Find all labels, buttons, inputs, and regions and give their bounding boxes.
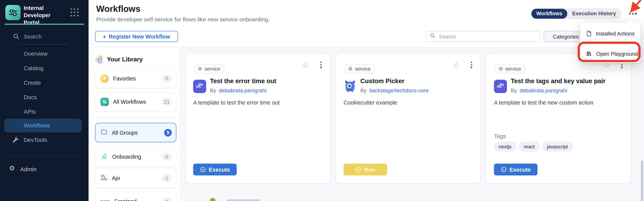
sitemap-icon [100,174,108,183]
toolbar-divider [88,47,644,48]
sidebar-divider [18,44,68,45]
star-circle-icon: ★ [100,74,109,83]
workflow-search [426,31,540,42]
books-icon [100,152,108,161]
sidebar-item-devtools[interactable]: DevTools [0,134,88,146]
apps-grid-icon[interactable] [70,8,79,17]
library-icon [586,51,592,57]
brand-underline [4,24,84,25]
favorite-star-icon[interactable]: ☆ [301,60,310,70]
library-header: Your Library [95,55,143,64]
execute-button[interactable]: Execute [494,164,538,176]
count-badge: 1 [162,174,172,182]
sidebar-item-workflows[interactable]: Workflows [4,119,82,132]
kind-chip: ⚙ service [494,64,526,74]
card-description: A template to test the new custom action [494,100,620,106]
gear-icon: ⚙ [348,66,352,71]
more-options-menu: Installed Actions Open Playground [580,22,640,63]
sidebar-item-admin[interactable]: Admin [20,166,36,172]
sidebar-item-create[interactable]: Create [0,77,88,88]
document-icon [586,30,592,37]
tag-pill[interactable]: javascript [542,142,572,151]
card-description: A template to test the error time out [193,100,319,106]
favorite-star-icon[interactable]: ☆ [452,60,461,70]
template-icon [193,80,206,93]
monster-icon [344,80,356,93]
author-link[interactable]: backstage/techdocs-core [369,87,429,93]
library-row-all-groups[interactable]: All Groups 5 [95,123,176,142]
library-row-favorites[interactable]: ★ Favorites 0 [95,69,176,88]
view-tabs: Workflows Execution History [531,8,622,19]
library-row-frontend[interactable]: npm Frontend 3 [95,192,176,201]
tab-workflows[interactable]: Workflows [532,9,567,19]
annotation-arrow [622,0,644,14]
tags-row: nextjs react javascript [494,142,572,151]
tags-label: Tags [494,133,506,139]
plus-icon: + [103,33,106,39]
library-divider [96,118,176,118]
run-button[interactable]: Run [344,164,387,176]
kind-chip: ⚙ service [193,64,225,74]
sliders-icon [8,8,18,17]
count-badge: 0 [162,75,172,82]
workflow-icon [100,98,109,106]
gear-icon: ⚙ [9,165,15,172]
search-icon [430,33,436,40]
card-byline: Bybackstage/techdocs-core [360,87,429,93]
sidebar-bottom-divider [6,155,82,156]
count-badge: 3 [162,198,172,201]
sidebar-item-overview[interactable]: Overview [0,48,88,59]
search-icon [13,33,20,41]
scrollbar[interactable] [641,161,643,201]
search-input[interactable] [438,33,536,40]
template-icon [494,80,507,93]
play-circle-icon [356,167,361,172]
card-title: Custom Picker [360,77,404,85]
card-menu-icon[interactable] [320,62,322,68]
count-badge: 0 [162,153,172,161]
sidebar-item-apis[interactable]: APIs [0,106,88,117]
kind-chip: ⚙ service [344,64,375,74]
card-menu-icon[interactable] [470,62,472,68]
library-row-api[interactable]: Api 1 [95,168,176,188]
gear-icon: ⚙ [198,66,202,71]
page-subtitle: Provide developer self-service for flows… [96,16,270,22]
library-row-all-workflows[interactable]: All Workflows 21 [95,92,176,112]
folder-icon [100,128,108,137]
card-title: Test the tags and key value pair [511,77,606,85]
sidebar-item-catalog[interactable]: Catalog [0,63,88,74]
next-section-text-sliver [227,200,260,201]
page-title: Workflows [96,4,140,14]
play-circle-icon [200,167,206,172]
author-link[interactable]: debabrata.panigrahi [219,87,266,93]
card-title: Test the error time out [210,77,276,85]
brand-title: Internal Developer Portal [24,4,69,26]
count-badge: 5 [164,129,172,136]
library-title: Your Library [107,56,143,63]
sidebar-search[interactable]: Search [0,31,88,42]
card-description: Cookiecutter example [344,100,470,106]
sidebar-search-label: Search [24,33,42,40]
workflow-card: ⚙ service ☆ Test the error time out Byde… [185,53,330,184]
npm-icon: npm [100,199,110,201]
count-badge: 21 [162,98,172,106]
tag-pill[interactable]: nextjs [494,142,516,151]
brand-logo-icon [5,5,20,20]
execute-button[interactable]: Execute [193,164,237,176]
tag-pill[interactable]: react [519,142,540,151]
workflow-card: ⚙ service ☆ Custom Picker Bybackstage/te… [336,53,480,184]
gear-icon: ⚙ [498,66,503,71]
menu-item-open-playground[interactable]: Open Playground [580,46,640,61]
library-row-onboarding[interactable]: Onboarding 0 [95,147,176,167]
tab-execution-history[interactable]: Execution History [567,9,621,19]
app-window: Internal Developer Portal Search Overvie… [0,0,644,201]
menu-item-installed-actions[interactable]: Installed Actions [580,26,640,41]
author-link[interactable]: debabrata.panigrahi [520,87,567,93]
play-circle-icon [501,167,506,172]
register-new-workflow-button[interactable]: + Register New Workflow [95,31,178,42]
card-byline: Bydebabrata.panigrahi [210,87,266,93]
card-byline: Bydebabrata.panigrahi [511,87,567,93]
cubes-icon [95,55,104,64]
sidebar-item-docs[interactable]: Docs [0,92,88,103]
sidebar: Internal Developer Portal Search Overvie… [0,0,88,201]
